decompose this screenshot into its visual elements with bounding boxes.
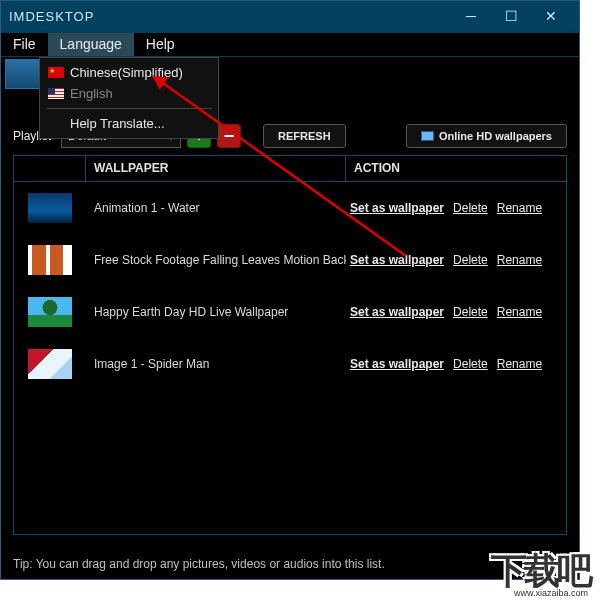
- set-wallpaper-link[interactable]: Set as wallpaper: [350, 305, 444, 319]
- wallpaper-thumbnail: [28, 245, 72, 275]
- td-actions: Set as wallpaperDeleteRename: [346, 253, 566, 267]
- wallpaper-name: Image 1 - Spider Man: [86, 357, 346, 371]
- menu-file[interactable]: File: [1, 33, 48, 56]
- lang-option-chinese[interactable]: Chinese(Simplified): [40, 62, 218, 83]
- set-wallpaper-link[interactable]: Set as wallpaper: [350, 357, 444, 371]
- sidebar-thumb[interactable]: [5, 59, 41, 89]
- delete-link[interactable]: Delete: [453, 305, 488, 319]
- menu-help[interactable]: Help: [134, 33, 187, 56]
- online-hd-label: Online HD wallpapers: [439, 130, 552, 142]
- wallpaper-name: Happy Earth Day HD Live Wallpaper: [86, 305, 346, 319]
- tv-icon: [421, 131, 434, 141]
- online-hd-button[interactable]: Online HD wallpapers: [406, 124, 567, 148]
- rename-link[interactable]: Rename: [497, 201, 542, 215]
- watermark-url: www.xiazaiba.com: [514, 588, 588, 598]
- td-actions: Set as wallpaperDeleteRename: [346, 357, 566, 371]
- table-row[interactable]: Image 1 - Spider ManSet as wallpaperDele…: [14, 338, 566, 390]
- th-action: ACTION: [346, 156, 566, 181]
- delete-link[interactable]: Delete: [453, 357, 488, 371]
- rename-link[interactable]: Rename: [497, 253, 542, 267]
- wallpaper-thumbnail: [28, 193, 72, 223]
- delete-link[interactable]: Delete: [453, 253, 488, 267]
- td-thumb: [14, 297, 86, 327]
- app-title: IMDESKTOP: [9, 9, 451, 24]
- language-dropdown: Chinese(Simplified) English Help Transla…: [39, 57, 219, 139]
- maximize-button[interactable]: ☐: [491, 1, 531, 31]
- td-actions: Set as wallpaperDeleteRename: [346, 201, 566, 215]
- th-thumb: [14, 156, 86, 181]
- table-body: Animation 1 - WaterSet as wallpaperDelet…: [14, 182, 566, 390]
- set-wallpaper-link[interactable]: Set as wallpaper: [350, 253, 444, 267]
- window-controls: ─ ☐ ✕: [451, 1, 571, 31]
- lang-label: Chinese(Simplified): [70, 65, 183, 80]
- dropdown-separator: [46, 108, 212, 109]
- delete-link[interactable]: Delete: [453, 201, 488, 215]
- flag-us-icon: [48, 88, 64, 99]
- rename-link[interactable]: Rename: [497, 305, 542, 319]
- refresh-button[interactable]: REFRESH: [263, 124, 346, 148]
- titlebar: IMDESKTOP ─ ☐ ✕: [1, 1, 579, 31]
- table-row[interactable]: Happy Earth Day HD Live WallpaperSet as …: [14, 286, 566, 338]
- td-thumb: [14, 193, 86, 223]
- wallpaper-thumbnail: [28, 297, 72, 327]
- td-thumb: [14, 245, 86, 275]
- app-window: IMDESKTOP ─ ☐ ✕ File Language Help Chine…: [0, 0, 580, 580]
- remove-button[interactable]: −: [217, 124, 241, 148]
- table-row[interactable]: Free Stock Footage Falling Leaves Motion…: [14, 234, 566, 286]
- wallpaper-name: Animation 1 - Water: [86, 201, 346, 215]
- rename-link[interactable]: Rename: [497, 357, 542, 371]
- set-wallpaper-link[interactable]: Set as wallpaper: [350, 201, 444, 215]
- td-actions: Set as wallpaperDeleteRename: [346, 305, 566, 319]
- lang-option-english[interactable]: English: [40, 83, 218, 104]
- menubar: File Language Help: [1, 31, 579, 57]
- menu-language[interactable]: Language: [48, 33, 134, 56]
- table-row[interactable]: Animation 1 - WaterSet as wallpaperDelet…: [14, 182, 566, 234]
- help-translate-label: Help Translate...: [70, 116, 165, 131]
- lang-label: English: [70, 86, 113, 101]
- tip-text: Tip: You can drag and drop any pictures,…: [13, 557, 567, 571]
- td-thumb: [14, 349, 86, 379]
- flag-cn-icon: [48, 67, 64, 78]
- minimize-button[interactable]: ─: [451, 1, 491, 31]
- th-wallpaper: WALLPAPER: [86, 156, 346, 181]
- close-button[interactable]: ✕: [531, 1, 571, 31]
- table-header: WALLPAPER ACTION: [14, 156, 566, 182]
- wallpaper-name: Free Stock Footage Falling Leaves Motion…: [86, 253, 346, 267]
- wallpaper-table: WALLPAPER ACTION Animation 1 - WaterSet …: [13, 155, 567, 535]
- wallpaper-thumbnail: [28, 349, 72, 379]
- help-translate-option[interactable]: Help Translate...: [40, 113, 218, 134]
